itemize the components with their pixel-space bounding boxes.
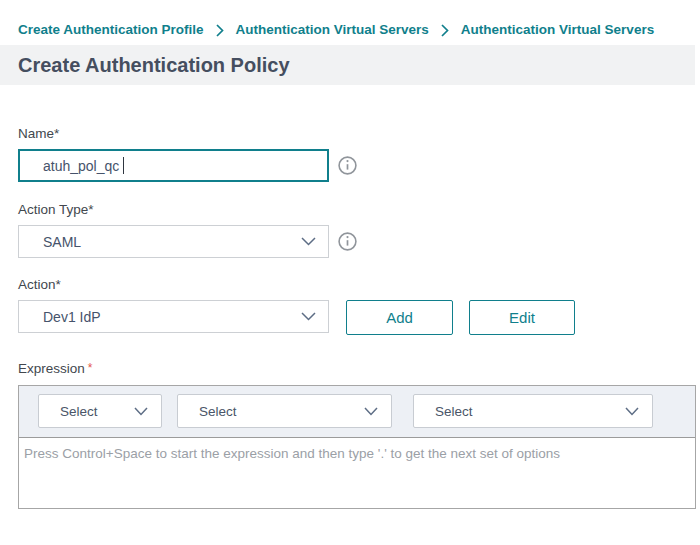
expression-select-3-value: Select — [435, 404, 473, 419]
chevron-down-icon — [364, 407, 378, 416]
expression-select-1-value: Select — [60, 404, 98, 419]
expression-select-1[interactable]: Select — [38, 394, 162, 428]
name-label: Name* — [18, 126, 700, 142]
info-icon[interactable] — [338, 156, 357, 175]
expression-label: Expression — [18, 361, 85, 377]
action-type-selected-value: SAML — [43, 234, 81, 250]
chevron-down-icon — [134, 407, 148, 416]
chevron-right-icon — [441, 24, 449, 37]
add-button[interactable]: Add — [346, 300, 453, 335]
info-icon[interactable] — [338, 232, 357, 251]
expression-select-3[interactable]: Select — [413, 394, 653, 428]
action-label: Action* — [18, 277, 700, 293]
page-header-bar: Create Authentication Policy — [0, 45, 695, 85]
expression-toolbar: Select Select Select — [19, 386, 695, 437]
action-type-dropdown[interactable]: SAML — [18, 225, 329, 258]
expression-select-2[interactable]: Select — [177, 394, 392, 428]
breadcrumb-link-create-authentication-profile[interactable]: Create Authentication Profile — [18, 22, 204, 38]
required-marker: * — [88, 360, 93, 376]
action-dropdown[interactable]: Dev1 IdP — [18, 300, 329, 333]
expression-editor-container: Select Select Select — [18, 385, 696, 509]
text-caret — [123, 157, 124, 174]
expression-text-area[interactable] — [19, 437, 695, 508]
action-type-label: Action Type* — [18, 202, 700, 218]
chevron-down-icon — [301, 312, 316, 321]
name-field-row — [18, 149, 700, 182]
action-field-row: Dev1 IdP Add Edit — [18, 300, 700, 335]
breadcrumb: Create Authentication Profile Authentica… — [0, 0, 700, 45]
expression-select-2-value: Select — [199, 404, 237, 419]
page-title: Create Authentication Policy — [18, 54, 290, 77]
breadcrumb-link-authentication-virtual-servers[interactable]: Authentication Virtual Servers — [236, 22, 429, 38]
chevron-down-icon — [301, 237, 316, 246]
expression-label-row: Expression * — [18, 361, 700, 377]
action-selected-value: Dev1 IdP — [43, 309, 101, 325]
breadcrumb-link-authentication-virtual-servers-2[interactable]: Authentication Virtual Servers — [461, 22, 654, 38]
edit-button[interactable]: Edit — [469, 300, 575, 335]
chevron-down-icon — [625, 407, 639, 416]
create-authentication-policy-form: Name* Action Type* SAML Action* — [0, 126, 700, 509]
chevron-right-icon — [216, 24, 224, 37]
action-type-field-row: SAML — [18, 225, 700, 258]
name-input[interactable] — [18, 149, 329, 182]
